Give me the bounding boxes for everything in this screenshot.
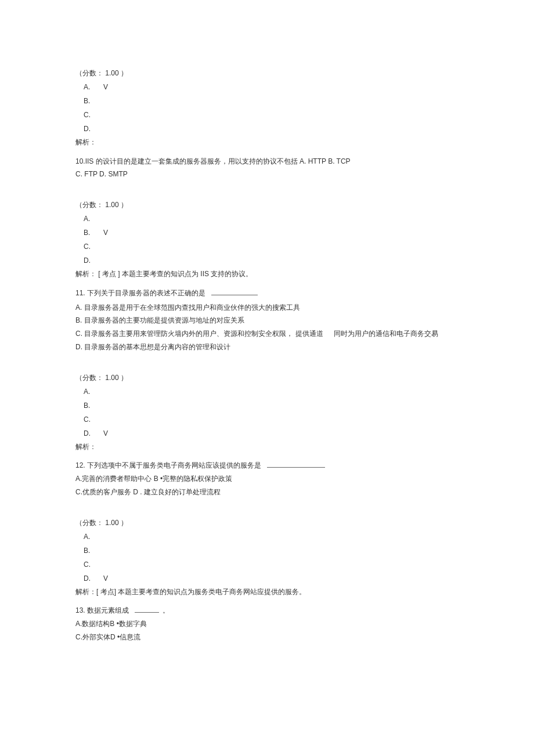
option-letter: A. — [84, 385, 103, 399]
question-9-answer-block: （分数： 1.00 ） A. V B. C. D. 解析： — [75, 67, 459, 149]
option-letter: A. — [84, 530, 103, 544]
question-11: 11. 下列关于目录服务器的表述不正确的是 A. 目录服务器是用于在全球范围内查… — [75, 287, 459, 454]
option-b: B. — [84, 399, 459, 413]
option-d: D. — [84, 254, 459, 267]
score-label: （分数： 1.00 ） — [75, 198, 459, 212]
option-a: A. V — [84, 80, 459, 94]
choice-b: B. 目录服务器的主要功能是提供资源与地址的对应关系 — [75, 314, 459, 327]
option-letter: D. — [84, 122, 103, 136]
option-c: C. — [84, 558, 459, 571]
option-letter: B. — [84, 94, 103, 108]
correct-mark: V — [103, 226, 108, 240]
option-b: B. — [84, 544, 459, 558]
options-list: A. B. C. D. V — [84, 385, 459, 440]
option-letter: B. — [84, 226, 103, 240]
question-stem-text: 13. 数据元素组成 — [75, 604, 129, 617]
option-c: C. — [84, 240, 459, 254]
options-list: A. B. C. D. V — [84, 530, 459, 585]
option-letter: D. — [84, 254, 103, 267]
option-letter: C. — [84, 558, 103, 571]
score-label: （分数： 1.00 ） — [75, 516, 459, 530]
question-stem-text: 12. 下列选项中不属于服务类电子商务网站应该提供的服务是 — [75, 459, 261, 472]
question-choices: A. 目录服务器是用于在全球范围内查找用户和商业伙伴的强大的搜索工具 B. 目录… — [75, 301, 459, 354]
choice-c-main: C. 目录服务器主要用来管理防火墙内外的用户、资源和控制安全权限， 提供通道 — [75, 327, 323, 341]
score-label: （分数： 1.00 ） — [75, 371, 459, 385]
correct-mark: V — [103, 80, 108, 94]
option-c: C. — [84, 108, 459, 122]
option-a: A. — [84, 385, 459, 399]
question-stem-text: 11. 下列关于目录服务器的表述不正确的是 — [75, 287, 205, 300]
choice-c: C. 目录服务器主要用来管理防火墙内外的用户、资源和控制安全权限， 提供通道 同… — [75, 327, 459, 341]
correct-mark: V — [103, 571, 108, 585]
option-letter: D. — [84, 571, 103, 585]
question-stem: 12. 下列选项中不属于服务类电子商务网站应该提供的服务是 — [75, 459, 459, 472]
option-d: D. — [84, 122, 459, 136]
option-c: C. — [84, 413, 459, 426]
blank-line — [267, 467, 325, 468]
choice-c-side: 同时为用户的通信和电子商务交易 — [334, 327, 438, 341]
option-d: D. V — [84, 426, 459, 440]
choices-line1: A.完善的消费者帮助中心 B •完整的隐私权保护政策 — [75, 472, 459, 486]
analysis-label: 解析： — [75, 136, 459, 149]
question-stem: 11. 下列关于目录服务器的表述不正确的是 — [75, 287, 459, 300]
options-list: A. V B. C. D. — [84, 80, 459, 136]
correct-mark: V — [103, 426, 108, 440]
analysis-label: 解析： — [75, 440, 459, 454]
score-label: （分数： 1.00 ） — [75, 67, 459, 80]
option-letter: C. — [84, 413, 103, 426]
analysis-text: 解析：[ 考点] 本题主要考查的知识点为服务类电子商务网站应提供的服务。 — [75, 585, 459, 599]
option-a: A. — [84, 212, 459, 226]
question-12: 12. 下列选项中不属于服务类电子商务网站应该提供的服务是 A.完善的消费者帮助… — [75, 459, 459, 598]
choice-d: D. 目录服务器的基本思想是分离内容的管理和设计 — [75, 341, 459, 354]
choice-a: A. 目录服务器是用于在全球范围内查找用户和商业伙伴的强大的搜索工具 — [75, 301, 459, 314]
option-b: B. — [84, 94, 459, 108]
question-10: 10.IIS 的设计目的是建立一套集成的服务器服务，用以支持的协议不包括 A. … — [75, 155, 459, 281]
option-letter: B. — [84, 544, 103, 558]
choices-line1: A.数据结构B •数据字典 — [75, 617, 459, 631]
option-letter: D. — [84, 426, 103, 440]
option-letter: C. — [84, 240, 103, 254]
option-d: D. V — [84, 571, 459, 585]
blank-line — [135, 612, 159, 613]
option-a: A. — [84, 530, 459, 544]
option-letter: A. — [84, 212, 103, 226]
question-stem: 13. 数据元素组成 。 — [75, 604, 459, 617]
analysis-text: 解析： [ 考点 ] 本题主要考查的知识点为 IIS 支持的协议。 — [75, 267, 459, 281]
option-letter: C. — [84, 108, 103, 122]
option-letter: A. — [84, 80, 103, 94]
question-stem-line2: C. FTP D. SMTP — [75, 168, 459, 181]
question-stem: 10.IIS 的设计目的是建立一套集成的服务器服务，用以支持的协议不包括 A. … — [75, 155, 459, 168]
options-list: A. B. V C. D. — [84, 212, 459, 267]
option-letter: B. — [84, 399, 103, 413]
question-13: 13. 数据元素组成 。 A.数据结构B •数据字典 C.外部实体D •信息流 — [75, 604, 459, 643]
blank-line — [211, 295, 258, 295]
choices-line2: C.优质的客户服务 D . 建立良好的订单处理流程 — [75, 486, 459, 499]
question-stem-suffix: 。 — [163, 604, 169, 617]
option-b: B. V — [84, 226, 459, 240]
choices-line2: C.外部实体D •信息流 — [75, 631, 459, 644]
